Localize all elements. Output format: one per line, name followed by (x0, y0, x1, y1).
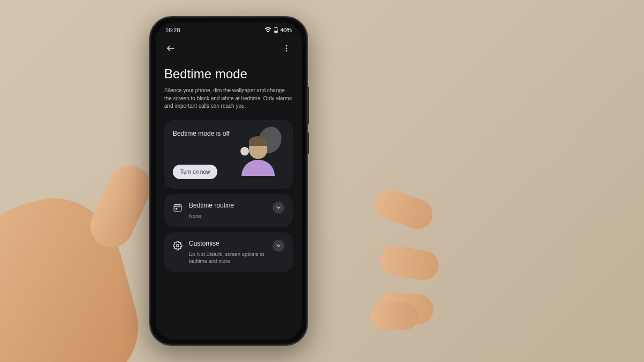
wifi-icon (265, 27, 272, 33)
app-bar (156, 35, 302, 59)
svg-point-12 (177, 245, 179, 247)
status-time: 16:28 (165, 27, 180, 33)
calendar-icon (173, 203, 182, 212)
chevron-down-icon[interactable] (273, 202, 284, 213)
gear-icon (173, 241, 182, 250)
status-battery-percent: 40% (280, 27, 292, 33)
chevron-down-icon[interactable] (273, 240, 284, 252)
bedtime-routine-card[interactable]: Bedtime routine None (164, 194, 293, 227)
page-description: Silence your phone, dim the wallpaper an… (164, 87, 293, 110)
phone-screen: 16:28 40% Bedtime mode Silence your phon (156, 23, 302, 339)
page-title: Bedtime mode (164, 67, 293, 82)
phone-frame: 16:28 40% Bedtime mode Silence your phon (149, 16, 308, 346)
customise-card[interactable]: Customise Do Not Disturb, screen options… (164, 232, 293, 272)
svg-point-6 (286, 50, 288, 51)
svg-rect-1 (275, 27, 276, 27)
back-button[interactable] (163, 41, 178, 56)
more-options-button[interactable] (279, 41, 294, 56)
status-bar: 16:28 40% (156, 23, 302, 35)
customise-card-subtitle: Do Not Disturb, screen options at bedtim… (189, 250, 266, 265)
bedtime-illustration (231, 128, 284, 176)
routine-card-subtitle: None (189, 212, 266, 219)
status-card-title: Bedtime mode is off (173, 130, 230, 137)
svg-rect-11 (175, 208, 177, 209)
turn-on-now-button[interactable]: Turn on now (173, 165, 217, 179)
customise-card-title: Customise (189, 240, 266, 247)
routine-card-title: Bedtime routine (189, 202, 266, 209)
svg-rect-7 (174, 204, 181, 211)
svg-point-5 (286, 48, 288, 49)
svg-rect-2 (274, 31, 277, 33)
battery-icon (274, 27, 278, 33)
status-card: Bedtime mode is off Turn on now (164, 120, 293, 189)
svg-point-4 (286, 45, 288, 47)
